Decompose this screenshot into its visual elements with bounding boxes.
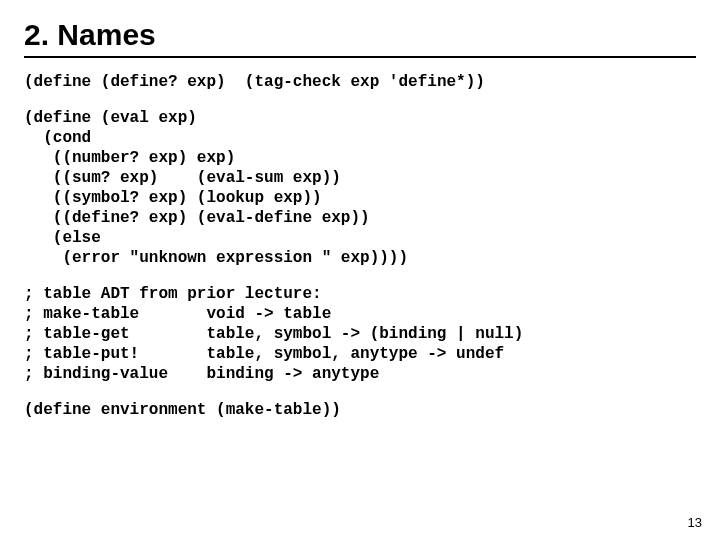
code3-l1: ; table ADT from prior lecture:: [24, 285, 322, 303]
code2-l7: (else: [24, 229, 101, 247]
page-number: 13: [688, 515, 702, 530]
code3-l4: ; table-put! table, symbol, anytype -> u…: [24, 345, 504, 363]
code3-l2: ; make-table void -> table: [24, 305, 331, 323]
code4-l1: (define environment (make-table)): [24, 401, 341, 419]
slide: 2. Names (define (define? exp) (tag-chec…: [0, 0, 720, 540]
code2-l4: ((sum? exp) (eval-sum exp)): [24, 169, 341, 187]
code2-l2: (cond: [24, 129, 91, 147]
title-rule: [24, 56, 696, 58]
code-block-1: (define (define? exp) (tag-check exp 'de…: [24, 72, 696, 92]
slide-title: 2. Names: [24, 18, 696, 52]
code-block-2: (define (eval exp) (cond ((number? exp) …: [24, 108, 696, 268]
code3-l3: ; table-get table, symbol -> (binding | …: [24, 325, 523, 343]
code2-l6a: ((define? exp) (: [24, 209, 206, 227]
code3-l5: ; binding-value binding -> anytype: [24, 365, 379, 383]
code2-l8: (error "unknown expression " exp)))): [24, 249, 408, 267]
code2-l6b: eval-define: [206, 209, 312, 227]
code1-part-c: )): [466, 73, 485, 91]
code2-l1: (define (eval exp): [24, 109, 197, 127]
code2-l3: ((number? exp) exp): [24, 149, 235, 167]
code2-l5: ((symbol? exp) (lookup exp)): [24, 189, 322, 207]
code1-part-a: (define (define? exp) (tag-check exp ': [24, 73, 398, 91]
code-block-3: ; table ADT from prior lecture: ; make-t…: [24, 284, 696, 384]
code2-l6c: exp)): [312, 209, 370, 227]
code-block-4: (define environment (make-table)): [24, 400, 696, 420]
code1-part-b: define*: [398, 73, 465, 91]
